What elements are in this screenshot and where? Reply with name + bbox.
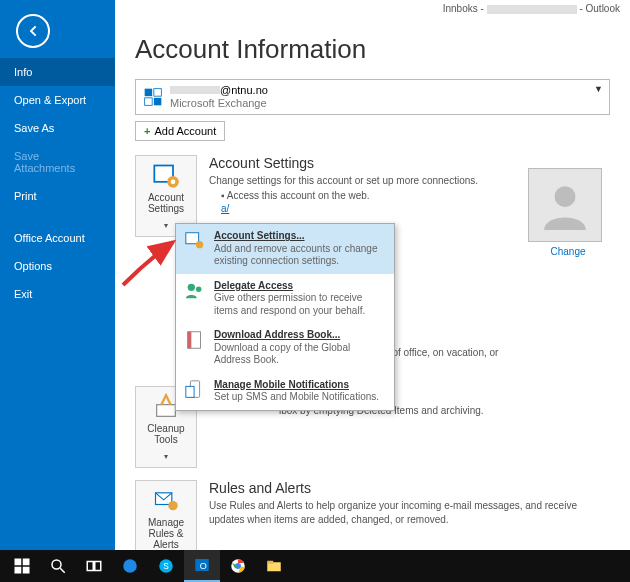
svg-rect-28 [95,562,101,571]
svg-point-29 [123,559,137,573]
windows-taskbar: S O [0,550,630,582]
account-settings-icon [184,230,206,252]
rules-alerts-tile[interactable]: Manage Rules & Alerts [135,480,197,550]
title-right: - Outlook [579,3,620,14]
svg-rect-27 [87,562,93,571]
edge-button[interactable] [112,550,148,582]
dd-download-address-book[interactable]: Download Address Book...Download a copy … [176,323,394,373]
task-view-button[interactable] [76,550,112,582]
svg-rect-18 [188,332,192,349]
add-account-label: Add Account [154,125,216,137]
svg-point-25 [52,560,61,569]
svg-rect-1 [154,89,162,97]
sidebar-item-print[interactable]: Print [0,182,115,210]
dd-sub: Give others permission to receive items … [214,292,386,317]
dd-title: Delegate Access [214,280,386,293]
svg-rect-0 [145,89,153,97]
svg-rect-3 [154,98,162,106]
svg-rect-13 [186,233,199,244]
account-settings-dropdown: Account Settings...Add and remove accoun… [175,223,395,411]
dd-title: Download Address Book... [214,329,386,342]
change-photo-link[interactable]: Change [528,246,608,257]
dd-account-settings[interactable]: Account Settings...Add and remove accoun… [176,224,394,274]
svg-rect-23 [15,567,22,574]
mobile-icon [184,379,206,401]
avatar-area: Change [528,168,608,257]
tile-label: Cleanup Tools [138,423,194,445]
chevron-down-icon[interactable]: ▼ [594,84,603,94]
title-left: Innboks - [443,3,484,14]
svg-point-14 [196,241,203,248]
chevron-down-icon: ▾ [164,221,168,230]
address-book-icon [184,329,206,351]
svg-line-26 [60,568,65,573]
account-selector[interactable]: @ntnu.no Microsoft Exchange ▼ [135,79,610,115]
back-button[interactable] [16,14,50,48]
sidebar-item-options[interactable]: Options [0,252,115,280]
tile-label: Manage Rules & Alerts [138,517,194,550]
svg-point-9 [168,501,177,510]
sidebar-item-exit[interactable]: Exit [0,280,115,308]
page-title: Account Information [135,34,610,65]
dd-mobile-notifications[interactable]: Manage Mobile NotificationsSet up SMS an… [176,373,394,410]
rules-body: Use Rules and Alerts to help organize yo… [209,499,610,527]
tile-label: Account Settings [138,192,194,214]
rules-heading: Rules and Alerts [209,480,610,496]
sidebar-item-office-account[interactable]: Office Account [0,224,115,252]
account-type: Microsoft Exchange [170,97,268,110]
plus-icon: + [144,125,150,137]
avatar-placeholder [528,168,602,242]
svg-rect-7 [157,405,176,417]
chevron-down-icon: ▾ [164,452,168,461]
svg-point-12 [555,186,576,207]
people-icon [184,280,206,302]
rules-icon [152,487,180,515]
chrome-button[interactable] [220,550,256,582]
exchange-icon [142,86,164,108]
svg-text:S: S [163,562,169,571]
svg-point-16 [196,286,202,292]
dd-delegate-access[interactable]: Delegate AccessGive others permission to… [176,274,394,324]
start-button[interactable] [4,550,40,582]
svg-rect-22 [23,559,30,566]
svg-point-15 [188,283,195,290]
redacted [487,5,577,14]
account-email: @ntnu.no [170,84,268,97]
owa-link[interactable]: a/ [221,203,229,214]
svg-rect-24 [23,567,30,574]
search-button[interactable] [40,550,76,582]
backstage-sidebar: Info Open & Export Save As Save Attachme… [0,0,115,550]
outlook-button[interactable]: O [184,550,220,582]
skype-button[interactable]: S [148,550,184,582]
svg-rect-20 [186,386,194,397]
svg-rect-2 [145,98,153,106]
dd-sub: Download a copy of the Global Address Bo… [214,342,386,367]
sidebar-item-save-attachments: Save Attachments [0,142,115,182]
account-settings-icon [152,162,180,190]
dd-sub: Add and remove accounts or change existi… [214,243,386,268]
svg-point-6 [171,180,176,185]
sidebar-item-save-as[interactable]: Save As [0,114,115,142]
svg-rect-21 [15,559,22,566]
svg-rect-37 [267,561,273,564]
dd-sub: Set up SMS and Mobile Notifications. [214,391,379,404]
add-account-button[interactable]: + Add Account [135,121,225,141]
sidebar-item-info[interactable]: Info [0,58,115,86]
sidebar-item-open-export[interactable]: Open & Export [0,86,115,114]
dd-title: Account Settings... [214,230,386,243]
explorer-button[interactable] [256,550,292,582]
dd-title: Manage Mobile Notifications [214,379,379,392]
svg-text:O: O [200,561,207,571]
